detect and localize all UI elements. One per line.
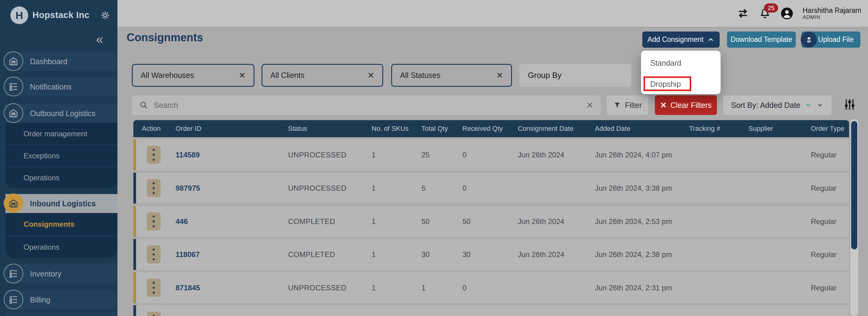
- close-icon[interactable]: ✕: [496, 71, 503, 80]
- order-id-link[interactable]: 871845: [176, 284, 200, 292]
- notification-badge: 25: [764, 3, 778, 12]
- sidebar-item-dashboard[interactable]: Dashboard: [5, 52, 118, 71]
- sidebar-subitem-label: Consignments: [24, 220, 74, 229]
- warehouse-icon: [4, 194, 23, 213]
- group-by-select[interactable]: Group By: [519, 64, 631, 87]
- sidebar-collapse-icon[interactable]: «: [96, 33, 103, 46]
- consignment-date-cell: Jun 26th 2024: [518, 250, 564, 259]
- skus-cell: 1: [372, 184, 376, 192]
- filter-label: Filter: [625, 101, 642, 110]
- close-icon[interactable]: ✕: [239, 71, 246, 80]
- sidebar-item-consignments[interactable]: Consignments: [5, 213, 118, 236]
- order-id-link[interactable]: 987975: [176, 184, 200, 192]
- user-name: Harshitha Rajaram: [803, 6, 861, 14]
- upload-file-label: Upload File: [818, 35, 854, 44]
- added-date-cell: Jun 26th 2024, 4:07 pm: [595, 151, 672, 159]
- swap-icon[interactable]: [737, 7, 749, 20]
- chevron-down-icon[interactable]: [816, 101, 824, 109]
- warehouse-icon: [4, 103, 23, 123]
- column-header: Status: [288, 125, 307, 133]
- warehouses-filter-label: All Warehouses: [141, 71, 194, 80]
- table-scrollbar-thumb[interactable]: [851, 121, 857, 249]
- row-actions-menu-button[interactable]: [147, 312, 161, 316]
- sidebar-subitem-label: Exceptions: [24, 151, 59, 160]
- row-accent-bar: [133, 139, 136, 170]
- sidebar: H Hopstack Inc « Dashboard: [0, 0, 118, 316]
- sidebar-item-label: Notifications: [30, 82, 71, 92]
- row-actions-menu-button[interactable]: [147, 212, 161, 231]
- row-actions-menu-button[interactable]: [147, 279, 161, 297]
- funnel-icon: [613, 101, 621, 109]
- order-type-cell: Regular: [811, 250, 837, 259]
- filter-button[interactable]: Filter: [607, 95, 648, 115]
- sidebar-item-billing[interactable]: Billing: [5, 290, 118, 309]
- column-settings-icon[interactable]: [843, 97, 857, 114]
- download-template-button[interactable]: Download Template: [727, 32, 796, 48]
- menu-item-standard[interactable]: Standard: [650, 59, 681, 68]
- search-input[interactable]: [153, 101, 582, 110]
- added-date-cell: Jun 26th 2024, 2:31 pm: [595, 284, 672, 292]
- column-header: Consignment Date: [518, 125, 574, 133]
- sidebar-item-inventory[interactable]: Inventory: [5, 265, 118, 283]
- topbar: 25 Harshitha Rajaram ADMIN: [118, 0, 868, 28]
- order-id-link[interactable]: 114589: [176, 151, 200, 159]
- dropship-highlight-box: [644, 76, 691, 91]
- sort-by-label: Sort By: Added Date: [731, 101, 800, 110]
- order-type-cell: Regular: [811, 217, 837, 226]
- table-header: Action Order ID Status No. of SKUs Total…: [133, 120, 849, 137]
- user-role: ADMIN: [803, 14, 861, 21]
- brand-logo: H: [10, 6, 28, 24]
- sidebar-item-label: Billing: [30, 295, 51, 304]
- row-accent-bar: [133, 206, 136, 237]
- row-actions-menu-button[interactable]: [147, 245, 161, 264]
- app-root: H Hopstack Inc « Dashboard: [0, 0, 868, 316]
- search-icon: [139, 101, 148, 110]
- column-header: Total Qty: [422, 125, 448, 133]
- sort-by-select[interactable]: Sort By: Added Date: [723, 95, 832, 115]
- status-cell: UNPROCESSED: [288, 151, 346, 159]
- table-scrollbar[interactable]: [850, 119, 858, 316]
- sidebar-item-outbound-logistics[interactable]: Outbound Logistics: [5, 104, 118, 123]
- order-id-link[interactable]: 118067: [176, 250, 200, 259]
- consignment-date-cell: Jun 26th 2024: [518, 151, 564, 159]
- row-actions-menu-button[interactable]: [147, 146, 161, 164]
- clear-filters-label: Clear Filters: [671, 101, 712, 110]
- added-date-cell: Jun 26th 2024, 2:38 pm: [595, 250, 672, 259]
- table-row: 114589 UNPROCESSED 1 25 0 Jun 26th 2024 …: [133, 139, 849, 170]
- add-consignment-button[interactable]: Add Consignment: [642, 32, 720, 48]
- download-template-label: Download Template: [731, 35, 793, 44]
- warehouse-icon: [4, 51, 23, 71]
- clear-filters-button[interactable]: ✕ Clear Filters: [655, 95, 717, 115]
- checklist-icon: [4, 290, 23, 309]
- sidebar-item-inbound-logistics[interactable]: Inbound Logistics: [5, 194, 118, 213]
- upload-file-button[interactable]: Upload File: [801, 32, 860, 48]
- table-row-partial: [133, 305, 849, 316]
- sidebar-item-order-management[interactable]: Order management: [5, 123, 118, 145]
- column-header: Tracking #: [689, 125, 720, 133]
- status-cell: COMPLETED: [288, 217, 335, 226]
- close-icon[interactable]: ✕: [367, 71, 374, 80]
- clients-filter-chip[interactable]: All Clients ✕: [261, 64, 383, 87]
- brand-initial: H: [16, 9, 23, 22]
- sidebar-item-operations-inbound[interactable]: Operations: [5, 236, 118, 258]
- statuses-filter-chip[interactable]: All Statuses ✕: [391, 64, 512, 87]
- user-avatar[interactable]: [780, 7, 794, 20]
- row-actions-menu-button[interactable]: [147, 179, 161, 197]
- notifications-bell-icon[interactable]: 25: [758, 7, 771, 20]
- sidebar-item-exceptions[interactable]: Exceptions: [5, 145, 118, 167]
- chevron-up-icon: [707, 36, 714, 43]
- order-id-link[interactable]: 446: [176, 217, 188, 226]
- warehouses-filter-chip[interactable]: All Warehouses ✕: [132, 64, 254, 87]
- upload-icon: [801, 32, 817, 48]
- table-row: 118067 COMPLETED 1 30 30 Jun 26th 2024 J…: [133, 239, 849, 270]
- gear-icon[interactable]: [100, 10, 111, 21]
- sidebar-item-notifications[interactable]: Notifications: [5, 77, 118, 96]
- sidebar-item-partial: [5, 313, 118, 316]
- sidebar-item-operations-outbound[interactable]: Operations: [5, 167, 118, 188]
- clear-search-icon[interactable]: ✕: [586, 100, 593, 110]
- order-type-cell: Regular: [811, 184, 837, 192]
- table-row: 871845 UNPROCESSED 1 1 0 Jun 26th 2024, …: [133, 272, 849, 303]
- column-header: No. of SKUs: [372, 125, 409, 133]
- added-date-cell: Jun 26th 2024, 3:38 pm: [595, 184, 672, 192]
- column-header: Action: [142, 125, 161, 133]
